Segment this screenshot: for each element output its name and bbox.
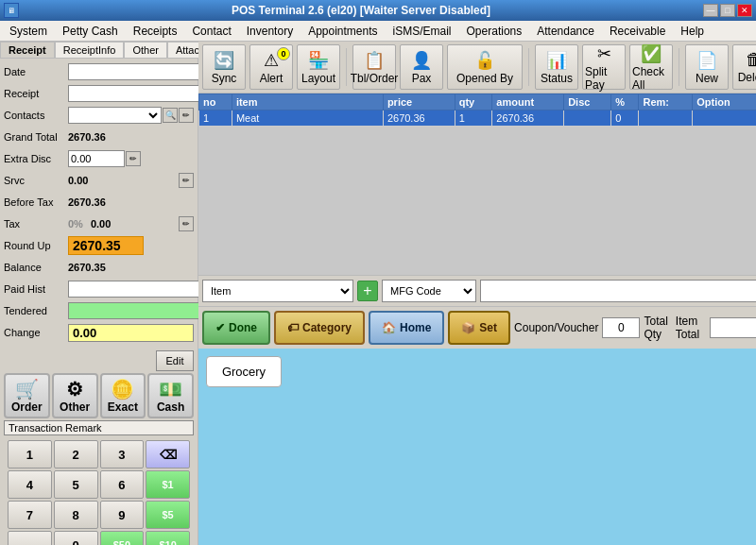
edit-button[interactable]: Edit: [156, 350, 194, 371]
menu-bar: System Petty Cash Receipts Contact Inven…: [0, 21, 756, 42]
cell-qty: 1: [455, 111, 492, 127]
paid-hist-input[interactable]: [68, 281, 204, 298]
item-dropdown[interactable]: Item: [202, 280, 353, 302]
menu-attendance[interactable]: Attendance: [529, 21, 602, 41]
alert-button[interactable]: ⚠ Alert 0: [249, 44, 293, 90]
tab-receipt-info[interactable]: ReceiptInfo: [55, 42, 125, 58]
date-row: Date 📅 ✏: [4, 62, 194, 81]
num-2[interactable]: 2: [54, 440, 98, 468]
money-5-button[interactable]: $5: [146, 501, 190, 529]
close-button[interactable]: ✕: [737, 4, 752, 17]
tab-receipt[interactable]: Receipt: [0, 42, 55, 58]
transaction-remark: Transaction Remark: [4, 420, 194, 435]
home-button[interactable]: 🏠 Home: [369, 311, 444, 345]
coupon-section: Coupon/Voucher Total Qty Item Total Tota…: [514, 315, 756, 341]
num-7[interactable]: 7: [8, 501, 52, 529]
num-9[interactable]: 9: [100, 501, 145, 529]
money-1-button[interactable]: $1: [146, 470, 190, 499]
contacts-search-button[interactable]: 🔍: [163, 108, 178, 123]
set-icon: 📦: [461, 321, 475, 334]
table-row[interactable]: 1 Meat 2670.36 1 2670.36 0 0 % unit: [199, 111, 757, 127]
extra-disc-input[interactable]: [68, 150, 125, 167]
contacts-select[interactable]: [68, 107, 162, 124]
item-add-button[interactable]: +: [357, 281, 378, 301]
order-label: Order: [11, 400, 43, 414]
tendered-input[interactable]: [68, 302, 204, 319]
menu-operations[interactable]: Operations: [459, 21, 530, 41]
num-8[interactable]: 8: [54, 501, 98, 529]
order-button[interactable]: 🛒 Order: [4, 373, 50, 418]
sync-button[interactable]: 🔄 Sync: [202, 44, 246, 90]
cell-item: Meat: [232, 111, 383, 127]
col-rem: Rem:: [639, 94, 693, 111]
menu-help[interactable]: Help: [673, 21, 712, 41]
left-tabs: Receipt ReceiptInfo Other Attach: [0, 42, 198, 59]
num-3[interactable]: 3: [100, 440, 145, 468]
num-5[interactable]: 5: [54, 470, 98, 499]
done-button[interactable]: ✔ Done: [202, 311, 270, 345]
menu-isms-email[interactable]: iSMS/Email: [386, 21, 459, 41]
other-label: Other: [60, 400, 90, 414]
money-50-button[interactable]: $50: [100, 531, 145, 545]
menu-appointments[interactable]: Appointments: [301, 21, 385, 41]
opened-by-icon: 🔓: [474, 50, 495, 71]
contacts-edit-button[interactable]: ✏: [179, 108, 194, 123]
num-1[interactable]: 1: [8, 440, 52, 468]
pax-button[interactable]: 👤 Pax: [400, 44, 443, 90]
layout-button[interactable]: 🏪 Layout: [297, 44, 340, 90]
extra-disc-edit-button[interactable]: ✏: [126, 151, 141, 166]
cash-button[interactable]: 💵 Cash: [147, 373, 194, 418]
backspace-button[interactable]: ⌫: [146, 440, 190, 468]
num-4[interactable]: 4: [8, 470, 52, 499]
tax-edit-button[interactable]: ✏: [179, 216, 194, 231]
num-6[interactable]: 6: [100, 470, 145, 499]
tbl-order-button[interactable]: 📋 Tbl/Order: [352, 44, 396, 90]
menu-contact[interactable]: Contact: [184, 21, 238, 41]
category-button[interactable]: 🏷 Category: [274, 311, 365, 345]
tax-label: Tax: [4, 218, 68, 230]
balance-value: 2670.35: [68, 262, 106, 273]
receipt-input[interactable]: [68, 85, 204, 102]
menu-inventory[interactable]: Inventory: [239, 21, 301, 41]
num-dot[interactable]: .: [8, 531, 52, 545]
status-button[interactable]: 📊 Status: [535, 44, 578, 90]
coupon-label: Coupon/Voucher: [514, 321, 598, 334]
maximize-button[interactable]: □: [720, 4, 735, 17]
split-pay-button[interactable]: ✂ Split Pay: [582, 44, 626, 90]
date-input[interactable]: [68, 63, 204, 80]
receipt-table: no item price qty amount Disc % Rem: Opt…: [198, 94, 756, 127]
item-total-input[interactable]: [710, 317, 756, 338]
minimize-button[interactable]: —: [703, 4, 718, 17]
coupon-input[interactable]: [602, 317, 640, 338]
left-panel: Receipt ReceiptInfo Other Attach Date 📅 …: [0, 42, 198, 545]
sync-icon: 🔄: [214, 50, 234, 71]
opened-by-button[interactable]: 🔓 Opened By: [447, 44, 523, 90]
set-button[interactable]: 📦 Set: [448, 311, 510, 345]
money-10-button[interactable]: $10: [146, 531, 190, 545]
new-button[interactable]: 📄 New: [685, 44, 729, 90]
item-search-input[interactable]: [480, 280, 756, 302]
menu-system[interactable]: System: [2, 21, 55, 41]
other-icon: ⚙: [66, 378, 83, 400]
tab-other[interactable]: Other: [124, 42, 167, 58]
menu-petty-cash[interactable]: Petty Cash: [55, 21, 126, 41]
paid-hist-row: Paid Hist 📋: [4, 280, 194, 298]
menu-receipts[interactable]: Receipts: [126, 21, 185, 41]
menu-receivable[interactable]: Receivable: [602, 21, 673, 41]
tax-value: 0.00: [91, 218, 111, 230]
category-grocery[interactable]: Grocery: [206, 356, 282, 387]
num-0[interactable]: 0: [54, 531, 98, 545]
exact-button[interactable]: 🪙 Exact: [100, 373, 146, 418]
layout-icon: 🏪: [308, 50, 329, 71]
other-button[interactable]: ⚙ Other: [52, 373, 98, 418]
toolbar-divider-1: [346, 48, 347, 86]
cell-price: 2670.36: [383, 111, 455, 127]
mfg-dropdown[interactable]: MFG Code: [382, 280, 476, 302]
srvc-edit-button[interactable]: ✏: [179, 173, 194, 188]
home-label: Home: [400, 321, 431, 334]
toolbar: 🔄 Sync ⚠ Alert 0 🏪 Layout 📋 Tbl/Order 👤 …: [198, 42, 756, 94]
col-price: price: [383, 94, 455, 111]
check-all-button[interactable]: ✅ Check All: [629, 44, 673, 90]
delete-button[interactable]: 🗑 Delete: [732, 44, 756, 90]
split-pay-icon: ✂: [597, 43, 611, 64]
